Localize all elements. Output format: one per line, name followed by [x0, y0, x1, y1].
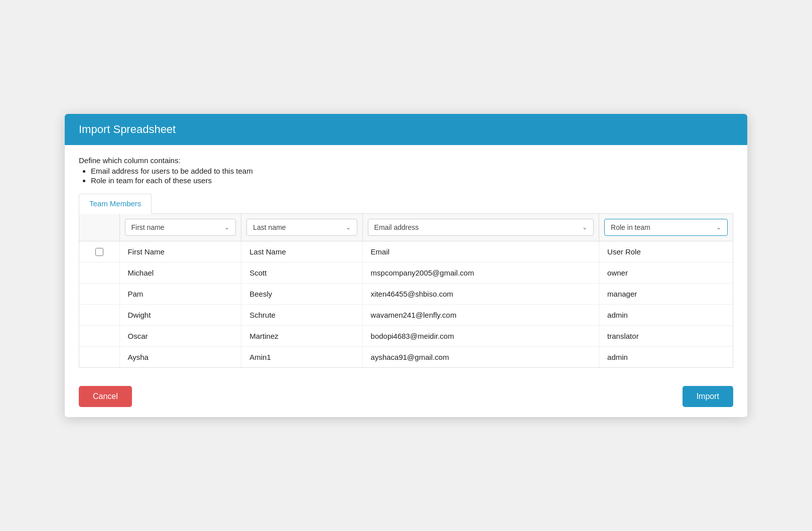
role-cell: manager — [599, 284, 733, 305]
first-name-cell: Dwight — [119, 305, 241, 326]
table-row: Dwight Schrute wavamen241@lenfly.com adm… — [79, 305, 733, 326]
email-cell: xiten46455@shbiso.com — [362, 284, 599, 305]
import-button[interactable]: Import — [683, 386, 733, 407]
dialog-title: Import Spreadsheet — [79, 123, 733, 136]
checkbox-cell — [79, 347, 119, 368]
tabs-container: Team Members — [79, 194, 733, 214]
table-container: First name ⌄ Last name ⌄ — [79, 214, 733, 368]
chevron-down-icon: ⌄ — [346, 224, 351, 231]
instructions: Define which column contains: Email addr… — [79, 156, 733, 185]
role-dropdown[interactable]: Role in team ⌄ — [604, 219, 728, 236]
instructions-intro: Define which column contains: — [79, 156, 181, 165]
first-name-header-cell: First name ⌄ — [119, 214, 241, 241]
row-checkbox[interactable] — [95, 248, 103, 256]
last-name-cell: Scott — [241, 262, 362, 284]
dialog-header: Import Spreadsheet — [65, 114, 747, 145]
import-dialog: Import Spreadsheet Define which column c… — [65, 114, 747, 417]
cancel-button[interactable]: Cancel — [79, 386, 132, 407]
first-name-cell: Oscar — [119, 326, 241, 347]
dialog-body: Define which column contains: Email addr… — [65, 145, 747, 368]
last-name-cell: Amin1 — [241, 347, 362, 368]
last-name-cell: Beesly — [241, 284, 362, 305]
table-row: Aysha Amin1 ayshaca91@gmail.com admin — [79, 347, 733, 368]
column-header-row: First name ⌄ Last name ⌄ — [79, 214, 733, 241]
email-cell: wavamen241@lenfly.com — [362, 305, 599, 326]
last-name-cell: Schrute — [241, 305, 362, 326]
chevron-down-icon: ⌄ — [582, 224, 587, 231]
table-row: First Name Last Name Email User Role — [79, 241, 733, 262]
email-cell: mspcompany2005@gmail.com — [362, 262, 599, 284]
instruction-item-1: Email address for users to be added to t… — [91, 167, 733, 175]
checkbox-cell — [79, 305, 119, 326]
email-header-cell: Email address ⌄ — [362, 214, 599, 241]
first-name-cell: Aysha — [119, 347, 241, 368]
email-dropdown[interactable]: Email address ⌄ — [368, 219, 594, 236]
table-body: First Name Last Name Email User Role Mic… — [79, 241, 733, 368]
dialog-footer: Cancel Import — [65, 376, 747, 417]
chevron-down-icon: ⌄ — [224, 224, 229, 231]
first-name-dropdown[interactable]: First name ⌄ — [125, 219, 236, 236]
last-name-cell: Last Name — [241, 241, 362, 262]
role-cell: admin — [599, 347, 733, 368]
email-cell: ayshaca91@gmail.com — [362, 347, 599, 368]
first-name-cell: Pam — [119, 284, 241, 305]
role-cell: owner — [599, 262, 733, 284]
checkbox-cell — [79, 262, 119, 284]
tab-team-members[interactable]: Team Members — [79, 194, 152, 214]
last-name-cell: Martinez — [241, 326, 362, 347]
chevron-down-icon: ⌄ — [716, 224, 721, 231]
role-header-cell: Role in team ⌄ — [599, 214, 733, 241]
role-cell: translator — [599, 326, 733, 347]
checkbox-cell — [79, 241, 119, 262]
role-cell: admin — [599, 305, 733, 326]
role-cell: User Role — [599, 241, 733, 262]
last-name-header-cell: Last name ⌄ — [241, 214, 362, 241]
first-name-cell: Michael — [119, 262, 241, 284]
table-row: Michael Scott mspcompany2005@gmail.com o… — [79, 262, 733, 284]
instructions-list: Email address for users to be added to t… — [91, 167, 733, 185]
checkbox-header-cell — [79, 214, 119, 241]
email-cell: Email — [362, 241, 599, 262]
table-row: Pam Beesly xiten46455@shbiso.com manager — [79, 284, 733, 305]
instruction-item-2: Role in team for each of these users — [91, 176, 733, 185]
data-table: First name ⌄ Last name ⌄ — [79, 214, 733, 367]
checkbox-cell — [79, 326, 119, 347]
checkbox-cell — [79, 284, 119, 305]
first-name-cell: First Name — [119, 241, 241, 262]
table-row: Oscar Martinez bodopi4683@meidir.com tra… — [79, 326, 733, 347]
email-cell: bodopi4683@meidir.com — [362, 326, 599, 347]
last-name-dropdown[interactable]: Last name ⌄ — [246, 219, 357, 236]
